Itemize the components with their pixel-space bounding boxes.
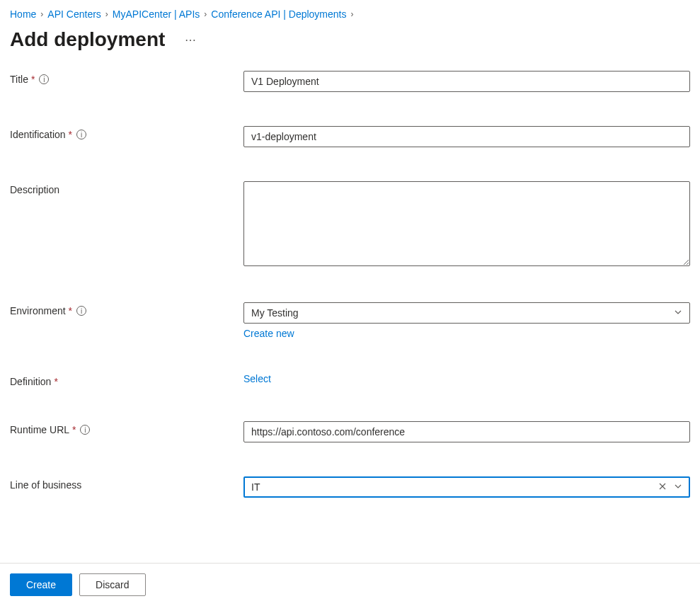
breadcrumb-home[interactable]: Home xyxy=(10,8,36,20)
chevron-right-icon: › xyxy=(40,9,43,19)
clear-icon[interactable] xyxy=(658,481,667,493)
line-of-business-label: Line of business xyxy=(10,476,243,491)
deployment-form: Title * i Identification * i Description… xyxy=(0,71,700,498)
identification-label: Identification * i xyxy=(10,126,243,140)
info-icon[interactable]: i xyxy=(76,306,86,316)
line-of-business-dropdown[interactable]: IT xyxy=(243,476,690,498)
line-of-business-value: IT xyxy=(251,481,260,493)
chevron-right-icon: › xyxy=(105,9,108,19)
runtime-url-label: Runtime URL * i xyxy=(10,421,243,435)
select-definition-link[interactable]: Select xyxy=(243,373,271,384)
info-icon[interactable]: i xyxy=(80,425,90,435)
info-icon[interactable]: i xyxy=(39,74,49,84)
discard-button[interactable]: Discard xyxy=(79,573,145,596)
required-marker: * xyxy=(69,129,72,140)
identification-input[interactable] xyxy=(243,126,690,147)
chevron-right-icon: › xyxy=(204,9,207,19)
description-label: Description xyxy=(10,181,243,195)
page-header: Add deployment ⋯ xyxy=(0,24,700,71)
create-new-environment-link[interactable]: Create new xyxy=(243,328,294,339)
environment-dropdown[interactable]: My Testing xyxy=(243,302,690,324)
title-label: Title * i xyxy=(10,71,243,85)
page-title: Add deployment xyxy=(10,28,165,51)
runtime-url-input[interactable] xyxy=(243,421,690,442)
required-marker: * xyxy=(69,305,72,316)
breadcrumb-api-centers[interactable]: API Centers xyxy=(47,8,101,20)
environment-label: Environment * i xyxy=(10,302,243,316)
required-marker: * xyxy=(72,424,76,435)
title-input[interactable] xyxy=(243,71,690,92)
footer-actions: Create Discard xyxy=(0,563,700,606)
chevron-down-icon xyxy=(674,308,682,319)
environment-value: My Testing xyxy=(251,307,299,319)
breadcrumb-conference-deployments[interactable]: Conference API | Deployments xyxy=(211,8,346,20)
description-textarea[interactable] xyxy=(243,181,690,266)
chevron-down-icon xyxy=(674,482,682,493)
more-actions-button[interactable]: ⋯ xyxy=(185,33,197,47)
required-marker: * xyxy=(31,74,35,85)
breadcrumb: Home › API Centers › MyAPICenter | APIs … xyxy=(0,0,700,24)
create-button[interactable]: Create xyxy=(10,573,72,596)
info-icon[interactable]: i xyxy=(76,130,86,139)
chevron-right-icon: › xyxy=(351,9,354,19)
required-marker: * xyxy=(54,376,57,387)
definition-label: Definition * xyxy=(10,373,243,387)
breadcrumb-myapicenter-apis[interactable]: MyAPICenter | APIs xyxy=(113,8,200,20)
